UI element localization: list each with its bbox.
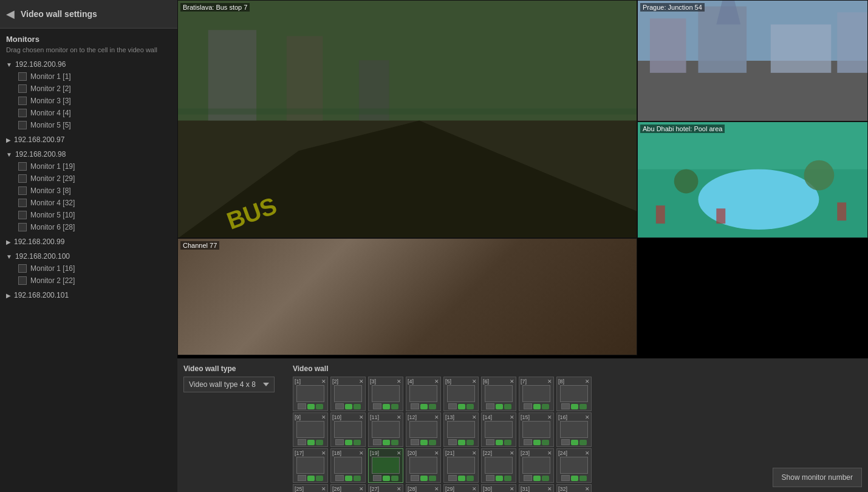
vw-cell[interactable]: [21] ✕ (443, 448, 479, 483)
vw-cell[interactable]: [16] ✕ (556, 412, 592, 447)
vw-cell[interactable]: [14] ✕ (481, 412, 516, 447)
server-ip: 192.168.200.100 (15, 252, 70, 261)
vw-cell-close[interactable]: ✕ (359, 415, 364, 420)
vw-cell-close[interactable]: ✕ (510, 379, 514, 384)
vw-cell[interactable]: [17] ✕ (293, 448, 328, 483)
vw-cell-close[interactable]: ✕ (472, 415, 477, 420)
monitor-item[interactable]: Monitor 3 [8] (6, 185, 171, 197)
vw-cell-close[interactable]: ✕ (472, 487, 477, 492)
monitor-checkbox[interactable] (18, 223, 27, 231)
server-header[interactable]: ▼192.168.200.98 (6, 148, 171, 160)
vw-cell-close[interactable]: ✕ (547, 415, 552, 420)
monitor-item[interactable]: Monitor 2 [29] (6, 173, 171, 185)
vw-cell-close[interactable]: ✕ (585, 451, 590, 456)
monitor-item[interactable]: Monitor 1 [16] (6, 262, 171, 275)
monitor-item[interactable]: Monitor 1 [1] (6, 70, 171, 83)
vw-cell-close[interactable]: ✕ (434, 451, 439, 456)
monitor-checkbox[interactable] (18, 186, 27, 195)
vw-cell[interactable]: [3] ✕ (368, 377, 403, 411)
vw-cell-close[interactable]: ✕ (321, 487, 326, 492)
vw-cell[interactable]: [12] ✕ (406, 412, 441, 447)
vw-cell[interactable]: [18] ✕ (330, 448, 366, 483)
monitor-item[interactable]: Monitor 5 [10] (6, 209, 171, 221)
monitor-item[interactable]: Monitor 4 [32] (6, 197, 171, 209)
vw-cell-close[interactable]: ✕ (510, 487, 514, 492)
vw-cell[interactable]: [4] ✕ (406, 377, 441, 411)
vw-cell[interactable]: [30] ✕ (481, 484, 516, 492)
monitor-item[interactable]: Monitor 6 [28] (6, 221, 171, 233)
server-header[interactable]: ▶192.168.200.99 (6, 236, 171, 248)
vw-cell-close[interactable]: ✕ (321, 451, 326, 456)
monitor-item[interactable]: Monitor 4 [4] (6, 107, 171, 119)
vw-cell-close[interactable]: ✕ (434, 487, 439, 492)
monitor-item[interactable]: Monitor 3 [3] (6, 95, 171, 107)
vw-cell[interactable]: [19] ✕ (368, 448, 403, 483)
vw-cell-close[interactable]: ✕ (397, 487, 402, 492)
monitor-checkbox[interactable] (18, 174, 27, 183)
monitor-checkbox[interactable] (18, 97, 27, 105)
vw-cell[interactable]: [10] ✕ (330, 412, 366, 447)
vw-cell[interactable]: [29] ✕ (443, 484, 479, 492)
vw-cell-close[interactable]: ✕ (547, 379, 552, 384)
monitor-checkbox[interactable] (18, 121, 27, 129)
vw-cell-close[interactable]: ✕ (397, 451, 402, 456)
vw-cell-close[interactable]: ✕ (397, 415, 402, 420)
monitor-checkbox[interactable] (18, 162, 27, 171)
vw-cell-close[interactable]: ✕ (547, 487, 552, 492)
monitor-item[interactable]: Monitor 1 [19] (6, 160, 171, 173)
vw-type-select[interactable]: Video wall type 4 x 8Video wall type 2 x… (183, 377, 275, 392)
monitor-item[interactable]: Monitor 2 [22] (6, 275, 171, 287)
vw-cell[interactable]: [5] ✕ (443, 377, 479, 411)
vw-cell[interactable]: [31] ✕ (519, 484, 554, 492)
server-header[interactable]: ▼192.168.200.96 (6, 58, 171, 70)
vw-cell[interactable]: [9] ✕ (293, 412, 328, 447)
vw-cell[interactable]: [6] ✕ (481, 377, 516, 411)
monitor-item[interactable]: Monitor 2 [2] (6, 83, 171, 95)
vw-cell-close[interactable]: ✕ (434, 415, 439, 420)
server-header[interactable]: ▶192.168.200.97 (6, 134, 171, 146)
vw-cell-close[interactable]: ✕ (510, 451, 514, 456)
monitor-checkbox[interactable] (18, 84, 27, 93)
show-monitor-button[interactable]: Show monitor number (773, 468, 862, 487)
vw-cell[interactable]: [32] ✕ (556, 484, 592, 492)
vw-cell-close[interactable]: ✕ (359, 487, 364, 492)
monitor-checkbox[interactable] (18, 72, 27, 81)
vw-cell[interactable]: [23] ✕ (519, 448, 554, 483)
vw-cell[interactable]: [7] ✕ (519, 377, 554, 411)
vw-cell-close[interactable]: ✕ (434, 379, 439, 384)
vw-cell-close[interactable]: ✕ (321, 379, 326, 384)
vw-cell[interactable]: [11] ✕ (368, 412, 403, 447)
vw-cell-close[interactable]: ✕ (585, 379, 590, 384)
back-button[interactable]: ◀ (6, 7, 15, 21)
vw-cell-close[interactable]: ✕ (510, 415, 514, 420)
vw-cell[interactable]: [27] ✕ (368, 484, 403, 492)
vw-cell[interactable]: [22] ✕ (481, 448, 516, 483)
monitor-checkbox[interactable] (18, 276, 27, 285)
vw-cell[interactable]: [1] ✕ (293, 377, 328, 411)
vw-cell-close[interactable]: ✕ (359, 379, 364, 384)
server-header[interactable]: ▼192.168.200.100 (6, 250, 171, 262)
vw-cell-close[interactable]: ✕ (472, 379, 477, 384)
vw-cell-close[interactable]: ✕ (547, 451, 552, 456)
vw-cell[interactable]: [2] ✕ (330, 377, 366, 411)
monitor-checkbox[interactable] (18, 264, 27, 273)
vw-cell[interactable]: [15] ✕ (519, 412, 554, 447)
vw-cell[interactable]: [25] ✕ (293, 484, 328, 492)
monitor-checkbox[interactable] (18, 199, 27, 207)
vw-cell[interactable]: [28] ✕ (406, 484, 441, 492)
vw-cell[interactable]: [20] ✕ (406, 448, 441, 483)
vw-cell-close[interactable]: ✕ (585, 487, 590, 492)
vw-cell-close[interactable]: ✕ (397, 379, 402, 384)
vw-cell[interactable]: [8] ✕ (556, 377, 592, 411)
vw-cell-close[interactable]: ✕ (321, 415, 326, 420)
vw-cell[interactable]: [13] ✕ (443, 412, 479, 447)
vw-cell[interactable]: [24] ✕ (556, 448, 592, 483)
monitor-checkbox[interactable] (18, 211, 27, 219)
vw-cell-close[interactable]: ✕ (359, 451, 364, 456)
vw-cell-close[interactable]: ✕ (472, 451, 477, 456)
monitor-item[interactable]: Monitor 5 [5] (6, 119, 171, 131)
server-header[interactable]: ▶192.168.200.101 (6, 289, 171, 301)
vw-cell[interactable]: [26] ✕ (330, 484, 366, 492)
monitor-checkbox[interactable] (18, 109, 27, 117)
vw-cell-close[interactable]: ✕ (585, 415, 590, 420)
